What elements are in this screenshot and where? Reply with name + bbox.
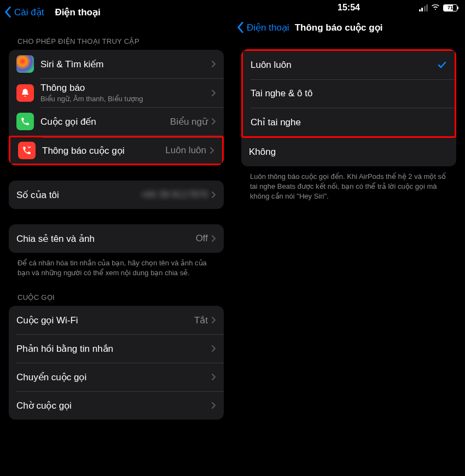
chevron-right-icon (211, 402, 216, 409)
chevron-left-icon (236, 21, 245, 33)
chevron-right-icon (211, 373, 216, 381)
row-label: Chia sẻ tên và ảnh (16, 233, 196, 245)
chevron-right-icon (211, 191, 216, 199)
group-calls: Cuộc gọi Wi-Fi Tắt Phản hồi bằng tin nhắ… (9, 306, 224, 420)
option-headphones-car[interactable]: Tai nghe & ô tô (243, 79, 455, 108)
nav-bar: Cài đặt Điện thoại (0, 0, 233, 24)
section-header-calls: CUỘC GỌI (0, 280, 233, 306)
row-label: Cuộc gọi Wi-Fi (16, 315, 194, 326)
bell-icon (16, 84, 34, 102)
chevron-right-icon (210, 147, 214, 154)
row-announce-calls[interactable]: Thông báo cuộc gọi Luôn luôn (9, 136, 224, 165)
row-value: Tắt (194, 315, 208, 326)
row-my-number[interactable]: Số của tôi +84 39 9117870 (9, 181, 224, 209)
status-icons: 71 (419, 4, 458, 12)
row-siri-search[interactable]: Siri & Tìm kiếm (9, 50, 224, 78)
row-notifications[interactable]: Thông báo Biểu ngữ, Âm thanh, Biểu tượng (9, 78, 224, 107)
option-label: Chỉ tai nghe (251, 117, 447, 128)
row-label: Chuyển cuộc gọi (16, 371, 211, 383)
checkmark-icon (437, 60, 447, 70)
option-label: Luôn luôn (251, 60, 437, 71)
chevron-right-icon (211, 60, 216, 68)
row-label: Cuộc gọi đến (40, 116, 170, 127)
group-allow-access: Siri & Tìm kiếm Thông báo Biểu ngữ, Âm t… (9, 50, 224, 165)
back-label: Điện thoại (247, 22, 289, 33)
chevron-left-icon (3, 6, 12, 18)
screen-phone-settings: Cài đặt Điện thoại CHO PHÉP ĐIỆN THOẠI T… (0, 0, 233, 476)
row-wifi-calling[interactable]: Cuộc gọi Wi-Fi Tắt (9, 306, 224, 334)
row-label: Thông báo cuộc gọi (42, 145, 165, 156)
cellular-signal-icon (419, 4, 428, 11)
footer-share-description: Để cá nhân hóa tin nhắn của bạn, hãy chọ… (0, 253, 233, 280)
back-label: Cài đặt (14, 7, 44, 18)
phone-announce-icon (18, 142, 36, 159)
group-my-number: Số của tôi +84 39 9117870 (9, 181, 224, 209)
group-share-name: Chia sẻ tên và ảnh Off (9, 224, 224, 253)
row-label: Chờ cuộc gọi (16, 400, 211, 411)
battery-icon: 71 (443, 4, 457, 11)
chevron-right-icon (211, 316, 216, 324)
phone-icon (16, 113, 34, 130)
row-share-name-photo[interactable]: Chia sẻ tên và ảnh Off (9, 224, 224, 253)
chevron-right-icon (211, 235, 216, 242)
row-call-waiting[interactable]: Chờ cuộc gọi (9, 391, 224, 420)
row-sublabel: Biểu ngữ, Âm thanh, Biểu tượng (40, 95, 211, 103)
row-value: Luôn luôn (165, 145, 206, 156)
page-title: Điện thoại (55, 7, 100, 18)
option-headphones-only[interactable]: Chỉ tai nghe (243, 108, 455, 136)
wifi-icon (431, 4, 440, 12)
row-value: Biểu ngữ (170, 116, 208, 127)
row-incoming-calls[interactable]: Cuộc gọi đến Biểu ngữ (9, 107, 224, 136)
back-button[interactable]: Điện thoại (233, 21, 289, 33)
option-label: Không (249, 147, 449, 158)
section-header-allow-access: CHO PHÉP ĐIỆN THOẠI TRUY CẬP (0, 24, 233, 50)
chevron-right-icon (211, 89, 216, 97)
row-label: Siri & Tìm kiếm (40, 59, 211, 70)
status-bar: 15:54 71 (233, 0, 465, 15)
row-label: Phản hồi bằng tin nhắn (16, 343, 211, 355)
row-respond-text[interactable]: Phản hồi bằng tin nhắn (9, 334, 224, 363)
back-button[interactable]: Cài đặt (0, 6, 44, 18)
nav-bar: Điện thoại Thông báo cuộc gọi (233, 15, 465, 39)
option-never[interactable]: Không (241, 138, 456, 166)
chevron-right-icon (211, 345, 216, 352)
footer-announce-description: Luôn thông báo cuộc gọi đến. Khi AirPods… (233, 166, 465, 204)
page-title: Thông báo cuộc gọi (295, 22, 383, 33)
row-value: +84 39 9117870 (141, 189, 208, 200)
siri-icon (16, 55, 34, 73)
status-time: 15:54 (338, 3, 360, 13)
row-value: Off (196, 233, 208, 244)
option-label: Tai nghe & ô tô (251, 88, 447, 99)
screen-announce-calls: 15:54 71 Điện thoại Thông báo cuộc gọi L… (233, 0, 465, 476)
option-always[interactable]: Luôn luôn (243, 51, 455, 79)
chevron-right-icon (211, 118, 216, 125)
group-announce-options: Luôn luôn Tai nghe & ô tô Chỉ tai nghe K… (241, 49, 456, 166)
row-label: Thông báo (40, 83, 211, 94)
row-call-forwarding[interactable]: Chuyển cuộc gọi (9, 363, 224, 391)
row-label: Số của tôi (16, 189, 141, 201)
